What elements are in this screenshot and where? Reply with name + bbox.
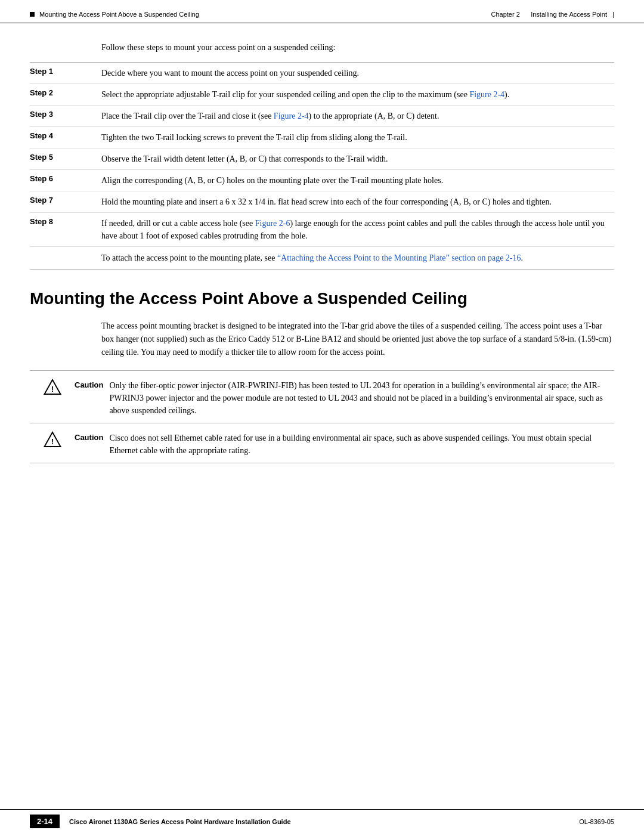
caution-1-label: Caution <box>75 377 109 389</box>
figure-2-4-link-step2[interactable]: Figure 2-4 <box>469 90 504 99</box>
header-chapter-label: Chapter 2 <box>491 11 520 18</box>
table-row: Step 8 If needed, drill or cut a cable a… <box>30 213 614 247</box>
step-5-label: Step 5 <box>30 153 101 162</box>
footer-doc-code: OL-8369-05 <box>579 818 614 825</box>
header-left: Mounting the Access Point Above a Suspen… <box>30 11 199 18</box>
table-row: Step 4 Tighten the two T-rail locking sc… <box>30 127 614 148</box>
step-8-content: If needed, drill or cut a cable access h… <box>101 217 614 242</box>
caution-2-label: Caution <box>75 429 109 442</box>
footer-doc-title: Cisco Aironet 1130AG Series Access Point… <box>69 818 290 825</box>
svg-text:!: ! <box>51 384 54 393</box>
header-chapter-title: Installing the Access Point <box>531 11 607 18</box>
steps-section: Step 1 Decide where you want to mount th… <box>30 62 614 270</box>
section2-heading: Mounting the Access Point Above a Suspen… <box>30 289 614 309</box>
header-section-title: Mounting the Access Point Above a Suspen… <box>39 11 199 18</box>
table-row: Step 7 Hold the mounting plate and inser… <box>30 191 614 213</box>
step-2-label: Step 2 <box>30 88 101 97</box>
caution-1-icon-col: ! <box>30 377 75 396</box>
footer-left: 2-14 Cisco Aironet 1130AG Series Access … <box>30 815 291 828</box>
caution-1-text: Only the fiber-optic power injector (AIR… <box>109 377 614 417</box>
header-bullet-icon <box>30 12 35 17</box>
caution-warning-icon-1: ! <box>44 378 61 396</box>
page-header: Mounting the Access Point Above a Suspen… <box>0 0 644 23</box>
header-separator-icon: | <box>612 11 614 18</box>
note-row: To attach the access point to the mounti… <box>30 247 614 270</box>
page-footer: 2-14 Cisco Aironet 1130AG Series Access … <box>0 809 644 833</box>
figure-2-4-link-step3[interactable]: Figure 2-4 <box>274 112 309 120</box>
caution-warning-icon-2: ! <box>44 431 61 448</box>
attaching-link[interactable]: “Attaching the Access Point to the Mount… <box>277 253 521 262</box>
step-6-content: Align the corresponding (A, B, or C) hol… <box>101 174 614 187</box>
table-row: Step 3 Place the T-rail clip over the T-… <box>30 106 614 127</box>
page-number: 2-14 <box>30 815 60 828</box>
step-6-label: Step 6 <box>30 174 101 183</box>
table-row: Step 6 Align the corresponding (A, B, or… <box>30 170 614 191</box>
table-row: Step 2 Select the appropriate adjustable… <box>30 84 614 106</box>
caution-block-2: ! Caution Cisco does not sell Ethernet c… <box>30 423 614 463</box>
step-7-content: Hold the mounting plate and insert a 6 x… <box>101 196 614 208</box>
step-7-label: Step 7 <box>30 196 101 205</box>
header-right: Chapter 2 Installing the Access Point | <box>491 11 614 18</box>
step-4-label: Step 4 <box>30 131 101 140</box>
step-1-content: Decide where you want to mount the acces… <box>101 67 614 79</box>
step-8-label: Step 8 <box>30 217 101 226</box>
caution-2-text: Cisco does not sell Ethernet cable rated… <box>109 429 614 457</box>
step-4-content: Tighten the two T-rail locking screws to… <box>101 131 614 144</box>
caution-block-1: ! Caution Only the fiber-optic power inj… <box>30 370 614 423</box>
caution-2-icon-col: ! <box>30 429 75 448</box>
step-3-label: Step 3 <box>30 110 101 119</box>
table-row: Step 5 Observe the T-rail width detent l… <box>30 148 614 170</box>
step-5-content: Observe the T-rail width detent letter (… <box>101 153 614 165</box>
step-1-label: Step 1 <box>30 67 101 76</box>
svg-text:!: ! <box>51 436 54 445</box>
step-3-content: Place the T-rail clip over the T-rail an… <box>101 110 614 122</box>
step-2-content: Select the appropriate adjustable T-rail… <box>101 88 614 101</box>
table-row: Step 1 Decide where you want to mount th… <box>30 63 614 84</box>
main-content: Follow these steps to mount your access … <box>0 23 644 487</box>
section2-body: The access point mounting bracket is des… <box>101 320 614 360</box>
intro-paragraph: Follow these steps to mount your access … <box>101 41 614 54</box>
figure-2-6-link[interactable]: Figure 2-6 <box>255 219 290 228</box>
